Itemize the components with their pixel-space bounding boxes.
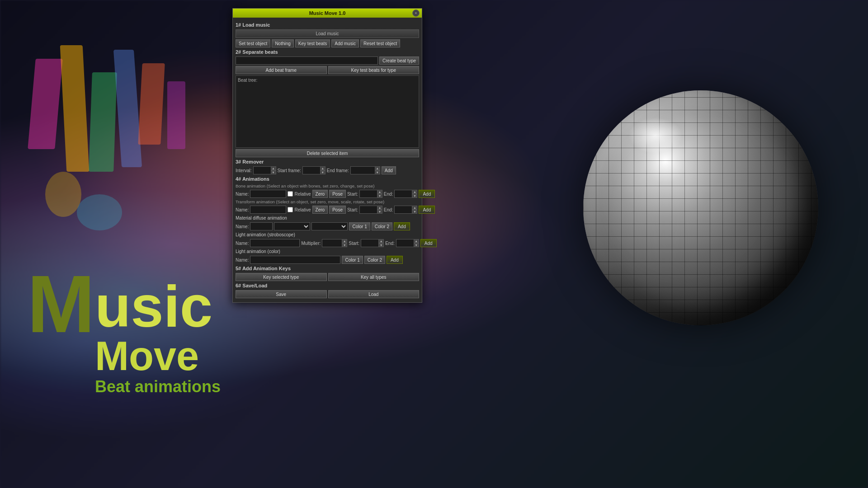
- material-select2[interactable]: [311, 222, 348, 230]
- transform-end-spinners: ▲ ▼: [412, 206, 417, 214]
- transform-start-input[interactable]: -150: [359, 206, 377, 214]
- material-name-input[interactable]: [250, 222, 273, 230]
- main-panel: Music Move 1.0 × 1# Load music Load musi…: [232, 8, 422, 303]
- transform-start-down[interactable]: ▼: [377, 210, 382, 214]
- light-strobe-end-label: End:: [385, 241, 395, 246]
- transform-start-spinner: -150 ▲ ▼: [359, 206, 382, 214]
- light-color-color2-button[interactable]: Color 2: [364, 256, 385, 264]
- material-select1[interactable]: [274, 222, 310, 230]
- interval-up[interactable]: ▲: [271, 166, 276, 170]
- transform-start-up[interactable]: ▲: [377, 206, 382, 210]
- light-strobe-multiplier-spinner: 3.00 ▲ ▼: [322, 239, 347, 247]
- set-test-object-button[interactable]: Set test object: [236, 39, 270, 47]
- beat-tree-label: Beat tree:: [238, 78, 417, 83]
- start-frame-input[interactable]: 1: [302, 166, 321, 174]
- delete-selected-button[interactable]: Delete selected item: [236, 149, 419, 157]
- disco-grid: [583, 90, 818, 325]
- remover-add-button[interactable]: Add: [382, 166, 396, 174]
- transform-add-button[interactable]: Add: [419, 206, 435, 214]
- start-frame-label: Start frame:: [278, 168, 301, 173]
- bone-end-input[interactable]: 200: [394, 190, 412, 198]
- end-frame-label: End frame:: [327, 168, 349, 173]
- light-strobe-add-button[interactable]: Add: [420, 239, 437, 247]
- light-strobe-start-input[interactable]: -50: [361, 239, 379, 247]
- bone-end-up[interactable]: ▲: [412, 190, 417, 194]
- light-color-name-label: Name:: [236, 258, 249, 263]
- section-add-keys-header: 5# Add Animation Keys: [236, 266, 419, 271]
- transform-relative-checkbox[interactable]: [288, 207, 293, 212]
- bone-relative-label: Relative: [294, 192, 311, 197]
- interval-down[interactable]: ▼: [271, 170, 276, 174]
- material-add-button[interactable]: Add: [394, 222, 410, 230]
- bone-start-up[interactable]: ▲: [377, 190, 382, 194]
- create-beat-type-button[interactable]: Create beat type: [379, 56, 419, 65]
- bone-end-spinner: 200 ▲ ▼: [394, 190, 417, 198]
- light-strobe-start-label: Start:: [349, 241, 359, 246]
- light-strobe-multiplier-input[interactable]: 3.00: [322, 239, 342, 247]
- end-frame-down[interactable]: ▼: [375, 170, 380, 174]
- nothing-button[interactable]: Nothing: [272, 39, 293, 47]
- end-frame-up[interactable]: ▲: [375, 166, 380, 170]
- light-color-name-input[interactable]: [250, 256, 340, 264]
- light-strobe-end-spinner: 100 ▲ ▼: [396, 239, 419, 247]
- beat-type-input[interactable]: [236, 56, 378, 65]
- end-frame-input[interactable]: 999999: [350, 166, 375, 174]
- light-strobe-multiplier-label: Multiplier:: [301, 241, 321, 246]
- panel-close-button[interactable]: ×: [412, 9, 420, 17]
- start-frame-up[interactable]: ▲: [320, 166, 326, 170]
- logo-area: M usic Move Beat animations: [27, 263, 221, 398]
- light-strobe-start-down[interactable]: ▼: [378, 243, 384, 247]
- bone-start-down[interactable]: ▼: [377, 194, 382, 198]
- light-color-color1-button[interactable]: Color 1: [342, 256, 363, 264]
- light-strobe-name-input[interactable]: [250, 239, 300, 247]
- end-frame-spinner: 999999 ▲ ▼: [350, 166, 380, 174]
- transform-row: Name: Relative Zero Pose Start: -150 ▲ ▼…: [236, 206, 419, 214]
- light-strobe-end-input[interactable]: 100: [396, 239, 414, 247]
- light-strobe-start-up[interactable]: ▲: [378, 239, 384, 243]
- light-strobe-mult-down[interactable]: ▼: [342, 243, 347, 247]
- bone-relative-checkbox[interactable]: [288, 191, 293, 197]
- transform-desc: Transform animation (Select an object, s…: [236, 199, 419, 204]
- load-button[interactable]: Load: [328, 290, 420, 298]
- material-color1-button[interactable]: Color 1: [349, 222, 370, 230]
- light-strobe-mult-up[interactable]: ▲: [342, 239, 347, 243]
- save-button[interactable]: Save: [236, 290, 327, 298]
- add-music-button[interactable]: Add music: [331, 39, 359, 47]
- transform-end-spinner: 200 ▲ ▼: [394, 206, 417, 214]
- light-strobe-end-up[interactable]: ▲: [414, 239, 419, 243]
- bone-end-down[interactable]: ▼: [412, 194, 417, 198]
- load-music-button[interactable]: Load music: [236, 29, 419, 38]
- add-beat-frame-button[interactable]: Add beat frame: [236, 66, 327, 74]
- transform-end-label: End:: [384, 207, 393, 212]
- key-selected-type-button[interactable]: Key selected type: [236, 273, 327, 281]
- light-strobe-multiplier-spinners: ▲ ▼: [342, 239, 347, 247]
- bone-name-input[interactable]: [250, 190, 286, 198]
- transform-zero-button[interactable]: Zero: [312, 206, 328, 214]
- key-test-beats-for-type-button[interactable]: Key test beats for type: [328, 66, 420, 74]
- material-color2-button[interactable]: Color 2: [372, 222, 392, 230]
- interval-label: Interval:: [236, 168, 252, 173]
- bone-start-spinners: ▲ ▼: [377, 190, 382, 198]
- transform-end-up[interactable]: ▲: [412, 206, 417, 210]
- interval-input[interactable]: 2: [253, 166, 271, 174]
- transform-relative-label: Relative: [294, 207, 311, 212]
- reset-test-object-button[interactable]: Reset test object: [360, 39, 400, 47]
- transform-pose-button[interactable]: Pose: [329, 206, 346, 214]
- transform-end-input[interactable]: 200: [394, 206, 412, 214]
- bone-pose-button[interactable]: Pose: [329, 190, 346, 198]
- transform-end-down[interactable]: ▼: [412, 210, 417, 214]
- section-separate-beats-header: 2# Separate beats: [236, 49, 419, 55]
- start-frame-down[interactable]: ▼: [320, 170, 326, 174]
- key-test-beats-button[interactable]: Key test beats: [295, 39, 330, 47]
- transform-start-spinners: ▲ ▼: [377, 206, 382, 214]
- key-all-types-button[interactable]: Key all types: [328, 273, 420, 281]
- bone-start-input[interactable]: -150: [359, 190, 377, 198]
- light-strobe-start-spinners: ▲ ▼: [378, 239, 384, 247]
- bone-zero-button[interactable]: Zero: [312, 190, 328, 198]
- light-color-add-button[interactable]: Add: [387, 256, 403, 264]
- transform-name-input[interactable]: [250, 206, 286, 214]
- bone-add-button[interactable]: Add: [419, 190, 435, 198]
- logo-m: M: [27, 263, 95, 345]
- light-strobe-end-down[interactable]: ▼: [414, 243, 419, 247]
- transform-name-label: Name:: [236, 207, 249, 212]
